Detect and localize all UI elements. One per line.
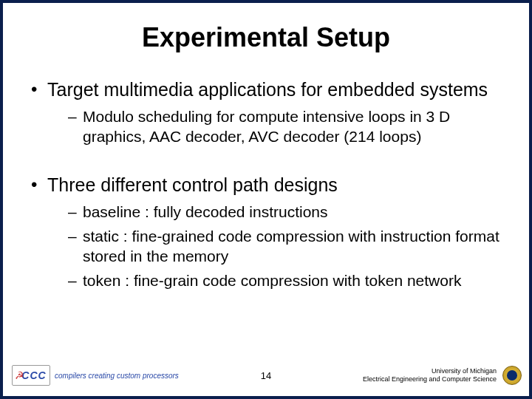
- bullet-text: Target multimedia applications for embed…: [47, 79, 488, 100]
- sub-item: baseline : fully decoded instructions: [68, 202, 508, 222]
- spacer: [24, 154, 508, 174]
- sub-list: Modulo scheduling for compute intensive …: [47, 107, 508, 147]
- footer: ☭ CCC compilers creating custom processo…: [3, 359, 529, 392]
- slide-frame: Experimental Setup Target multimedia app…: [0, 0, 532, 399]
- logo-text: CCC: [21, 369, 46, 381]
- slide-title: Experimental Setup: [24, 22, 508, 53]
- page-number: 14: [261, 370, 271, 381]
- bullet-list: Three different control path designs bas…: [24, 174, 508, 291]
- sub-list: baseline : fully decoded instructions st…: [47, 202, 508, 291]
- affil-line2: Electrical Engineering and Computer Scie…: [363, 375, 497, 383]
- seal-icon: [502, 366, 522, 385]
- bullet-item: Target multimedia applications for embed…: [30, 78, 508, 147]
- bullet-text: Three different control path designs: [47, 174, 338, 195]
- affil-line1: University of Michigan: [363, 367, 497, 375]
- sub-item: Modulo scheduling for compute intensive …: [68, 107, 508, 147]
- footer-right: University of Michigan Electrical Engine…: [363, 366, 522, 385]
- affiliation: University of Michigan Electrical Engine…: [363, 367, 497, 384]
- sub-item: token : fine-grain code compression with…: [68, 271, 508, 291]
- bullet-item: Three different control path designs bas…: [30, 174, 508, 291]
- star-icon: ☭: [15, 370, 24, 381]
- ccc-logo: ☭ CCC: [12, 365, 50, 386]
- bullet-list: Target multimedia applications for embed…: [24, 78, 508, 147]
- footer-left: ☭ CCC compilers creating custom processo…: [12, 365, 179, 386]
- sub-item: static : fine-grained code compression w…: [68, 227, 508, 267]
- footer-tagline: compilers creating custom processors: [55, 372, 179, 380]
